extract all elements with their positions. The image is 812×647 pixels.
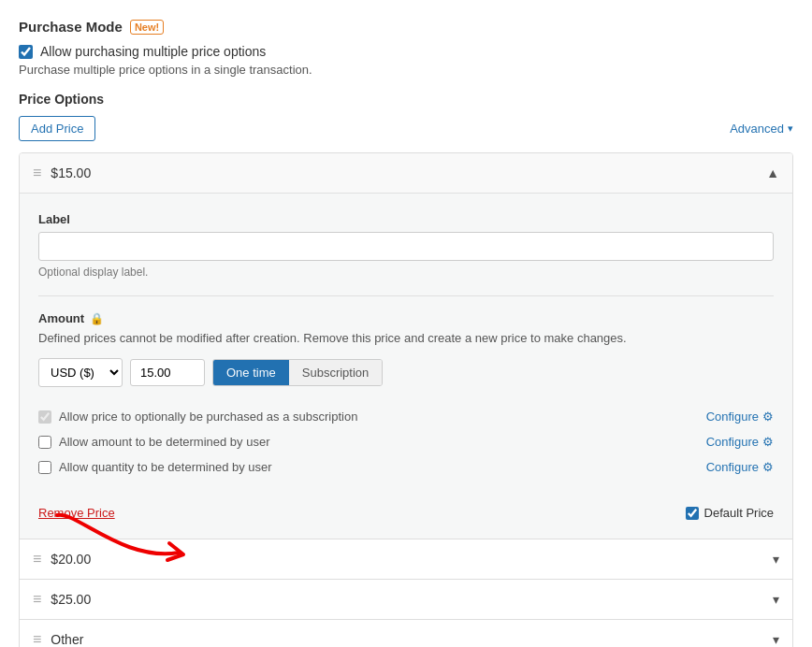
- label-field-input[interactable]: [38, 232, 774, 261]
- price-item-20: ≡ $20.00 ▾: [20, 539, 792, 580]
- payment-type-toggle: One time Subscription: [212, 359, 383, 386]
- option-subscription-left: Allow price to optionally be purchased a…: [38, 410, 357, 424]
- configure-quantity-user-link[interactable]: Configure ⚙: [706, 460, 774, 474]
- default-price-label: Default Price: [704, 506, 774, 520]
- amount-warning: Defined prices cannot be modified after …: [38, 331, 774, 345]
- option-subscription-label: Allow price to optionally be purchased a…: [59, 410, 357, 424]
- price-item-15-header[interactable]: ≡ $15.00 ▲: [20, 153, 792, 193]
- price-options-group: Allow price to optionally be purchased a…: [38, 404, 774, 480]
- expand-icon-20[interactable]: ▾: [773, 552, 779, 567]
- allow-multiple-checkbox[interactable]: [19, 45, 33, 59]
- price-accordion: ≡ $15.00 ▲ Label Optional display label.: [19, 152, 793, 647]
- price-options-toolbar: Add Price Advanced ▾: [19, 116, 793, 141]
- price-item-15: ≡ $15.00 ▲ Label Optional display label.: [20, 153, 792, 539]
- price-item-other: ≡ Other ▾: [20, 620, 792, 647]
- option-row-subscription: Allow price to optionally be purchased a…: [38, 404, 774, 429]
- option-quantity-user-label: Allow quantity to be determined by user: [59, 460, 272, 474]
- add-price-button[interactable]: Add Price: [19, 116, 95, 141]
- option-quantity-user-left: Allow quantity to be determined by user: [38, 460, 272, 474]
- gear-icon-amount-user: ⚙: [762, 435, 774, 449]
- allow-multiple-row: Allow purchasing multiple price options: [19, 44, 793, 59]
- price-item-15-left: ≡ $15.00: [33, 165, 91, 181]
- gear-icon-quantity-user: ⚙: [762, 460, 774, 474]
- price-item-25-left: ≡ $25.00: [33, 591, 91, 608]
- advanced-label: Advanced: [730, 122, 784, 136]
- chevron-down-icon: ▾: [788, 122, 793, 135]
- expand-icon-other[interactable]: ▾: [773, 632, 779, 647]
- allow-multiple-label: Allow purchasing multiple price options: [40, 44, 266, 59]
- default-price-checkbox[interactable]: [686, 507, 699, 520]
- price-item-other-left: ≡ Other: [33, 631, 83, 647]
- currency-select[interactable]: USD ($): [38, 358, 123, 387]
- gear-icon-subscription: ⚙: [762, 410, 774, 424]
- purchase-mode-section: Purchase Mode New! Allow purchasing mult…: [19, 19, 793, 77]
- price-25-label: $25.00: [51, 592, 91, 607]
- price-options-title: Price Options: [19, 92, 793, 107]
- price-other-label: Other: [51, 632, 83, 647]
- expand-icon-25[interactable]: ▾: [773, 592, 779, 607]
- price-item-20-header[interactable]: ≡ $20.00 ▾: [20, 539, 792, 579]
- drag-handle-20-icon[interactable]: ≡: [33, 551, 41, 568]
- option-row-quantity-user: Allow quantity to be determined by user …: [38, 454, 774, 480]
- option-row-amount-user: Allow amount to be determined by user Co…: [38, 429, 774, 454]
- one-time-btn[interactable]: One time: [213, 360, 289, 385]
- option-amount-user-label: Allow amount to be determined by user: [59, 435, 269, 449]
- option-amount-user-checkbox[interactable]: [38, 436, 51, 449]
- price-20-label: $20.00: [51, 552, 91, 567]
- price-15-panel: Label Optional display label. Amount 🔒 D…: [20, 193, 792, 539]
- option-amount-user-left: Allow amount to be determined by user: [38, 435, 269, 449]
- option-subscription-checkbox[interactable]: [38, 410, 51, 424]
- price-item-25: ≡ $25.00 ▾: [20, 580, 792, 620]
- price-options-section: Price Options Add Price Advanced ▾ ≡ $15…: [19, 92, 793, 647]
- drag-handle-25-icon[interactable]: ≡: [33, 591, 41, 608]
- price-15-label: $15.00: [51, 165, 91, 180]
- price-item-25-header[interactable]: ≡ $25.00 ▾: [20, 580, 792, 619]
- remove-price-link[interactable]: Remove Price: [38, 506, 115, 520]
- amount-row: USD ($) One time Subscription: [38, 358, 774, 387]
- amount-field-label: Amount 🔒: [38, 311, 774, 325]
- advanced-link[interactable]: Advanced ▾: [730, 122, 793, 136]
- remove-row: Remove Price Default Price: [38, 496, 774, 520]
- purchase-mode-title: Purchase Mode: [19, 19, 123, 35]
- label-field-group: Label Optional display label.: [38, 212, 774, 279]
- divider-1: [38, 295, 774, 296]
- drag-handle-other-icon[interactable]: ≡: [33, 631, 41, 647]
- price-item-other-header[interactable]: ≡ Other ▾: [20, 620, 792, 647]
- collapse-icon[interactable]: ▲: [766, 165, 779, 180]
- purchase-mode-header: Purchase Mode New!: [19, 19, 793, 35]
- amount-field-group: Amount 🔒 Defined prices cannot be modifi…: [38, 311, 774, 387]
- amount-input[interactable]: [130, 359, 205, 386]
- label-field-hint: Optional display label.: [38, 266, 774, 279]
- configure-subscription-link[interactable]: Configure ⚙: [706, 410, 774, 424]
- label-field-label: Label: [38, 212, 774, 226]
- lock-icon: 🔒: [90, 312, 104, 325]
- drag-handle-icon[interactable]: ≡: [33, 165, 41, 181]
- configure-amount-user-link[interactable]: Configure ⚙: [706, 435, 774, 449]
- default-price-row: Default Price: [686, 506, 774, 520]
- price-item-20-left: ≡ $20.00: [33, 551, 91, 568]
- subscription-btn[interactable]: Subscription: [289, 360, 383, 385]
- purchase-mode-subtext: Purchase multiple price options in a sin…: [19, 63, 793, 77]
- new-badge: New!: [130, 20, 164, 35]
- option-quantity-user-checkbox[interactable]: [38, 461, 51, 474]
